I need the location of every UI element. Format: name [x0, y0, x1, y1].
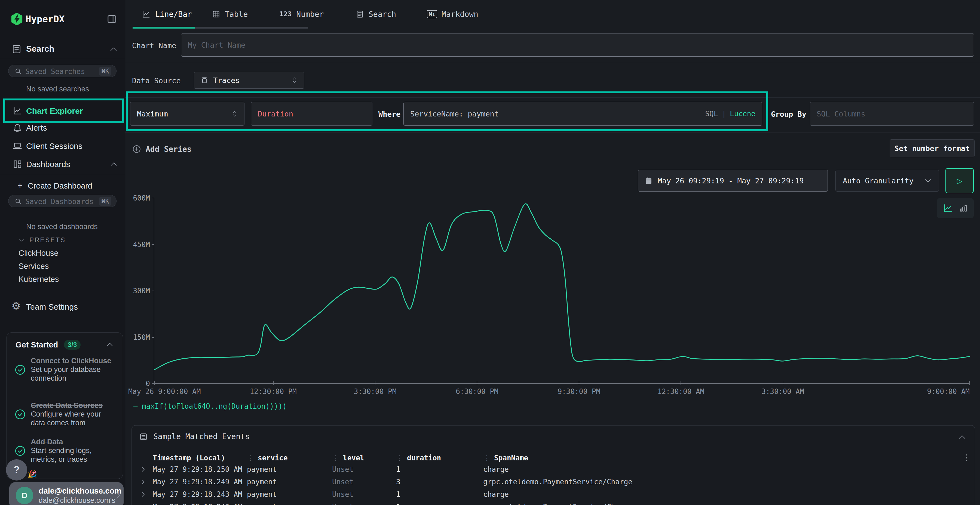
tab-search[interactable]: Search	[356, 8, 396, 21]
chart-name-label: Chart Name	[132, 41, 177, 50]
play-icon: ▷	[957, 175, 962, 186]
tab-number[interactable]: 123 Number	[279, 8, 324, 21]
sidebar-section-search[interactable]: Search	[0, 43, 125, 57]
table-row[interactable]: May 27 9:29:18.243 AMpayment Unset1 grpc…	[139, 501, 958, 505]
column-header-service[interactable]: ⋮service	[247, 454, 332, 462]
column-header-timestamp[interactable]: Timestamp (Local)	[153, 454, 247, 462]
table-row[interactable]: May 27 9:29:18.250 AMpayment Unset1 char…	[139, 463, 958, 476]
sidebar-item-client-sessions[interactable]: Client Sessions	[0, 138, 125, 154]
y-tick-label: 600M	[133, 194, 154, 202]
no-saved-searches-text: No saved searches	[26, 85, 89, 93]
column-drag-icon[interactable]: ⋮	[247, 454, 254, 462]
date-range-input[interactable]: May 26 09:29:19 - May 27 09:29:19	[638, 170, 828, 192]
table-row[interactable]: May 27 9:29:18.249 AMpayment Unset3 grpc…	[139, 476, 958, 488]
team-settings-label: Team Settings	[26, 302, 78, 311]
where-input[interactable]: ServiceName: payment SQL | Lucene	[403, 102, 762, 126]
column-header-spanname[interactable]: ⋮SpanName	[483, 454, 958, 462]
preset-kubernetes[interactable]: Kubernetes	[19, 275, 59, 284]
expand-row-icon[interactable]	[139, 490, 147, 499]
column-drag-icon[interactable]: ⋮	[483, 454, 490, 462]
tab-label: Markdown	[442, 10, 478, 19]
sidebar-item-dashboards[interactable]: Dashboards	[0, 157, 125, 172]
field-input[interactable]: Duration	[251, 102, 372, 126]
column-drag-icon[interactable]: ⋮	[396, 454, 403, 462]
aggregation-select[interactable]: Maximum	[130, 102, 245, 126]
y-tick-mark	[152, 337, 154, 338]
query-language-toggle[interactable]: SQL | Lucene	[705, 110, 756, 118]
sidebar-item-label: Alerts	[26, 123, 47, 132]
plus-icon: +	[18, 181, 22, 191]
expand-row-icon[interactable]	[139, 478, 147, 486]
line-chart[interactable]: 0150M300M450M600M May 26 9:00:00 AM12:30…	[154, 198, 969, 384]
column-header-duration[interactable]: ⋮duration	[396, 454, 483, 462]
chart-canvas	[154, 198, 970, 384]
chart-name-input[interactable]: My Chart Name	[181, 33, 974, 57]
saved-dashboards-input[interactable]: Saved Dashboards ⌘K	[8, 195, 116, 207]
help-button[interactable]: ?	[6, 459, 27, 481]
chevron-down-icon	[924, 178, 932, 183]
divider	[125, 97, 980, 98]
y-tick-mark	[152, 245, 154, 245]
tab-label: Search	[369, 10, 396, 19]
x-tick-mark	[375, 381, 375, 385]
presets-toggle[interactable]: PRESETS	[18, 236, 65, 244]
chevron-up-icon[interactable]	[106, 341, 113, 348]
chart-legend[interactable]: — maxIf(toFloat64O..ng(Duration)))))	[134, 402, 287, 410]
user-menu[interactable]: D dale@clickhouse.com dale@clickhouse.co…	[9, 482, 124, 505]
collapse-panel-icon[interactable]	[958, 434, 966, 440]
get-started-item[interactable]: Connect to ClickHouse Set up your databa…	[14, 357, 116, 383]
sample-matched-events-panel: Sample Matched Events ⋮ Timestamp (Local…	[132, 425, 975, 505]
group-by-input[interactable]: SQL Columns	[810, 102, 974, 126]
number-icon: 123	[279, 10, 292, 18]
line-chart-icon	[142, 10, 151, 19]
search-section-label: Search	[26, 44, 54, 54]
get-started-item[interactable]: Add Data Start sending logs, metrics, or…	[14, 438, 116, 464]
tab-table[interactable]: Table	[212, 8, 248, 21]
bell-icon	[13, 123, 22, 132]
sidebar-item-alerts[interactable]: Alerts	[0, 120, 125, 135]
data-source-label: Data Source	[132, 76, 181, 85]
y-tick-label: 150M	[133, 333, 154, 341]
tab-line-bar[interactable]: Line/Bar	[142, 8, 192, 21]
chart-display-toggle[interactable]	[937, 198, 974, 218]
sql-toggle[interactable]: SQL	[705, 110, 718, 118]
kebab-menu-icon[interactable]: ⋮	[962, 453, 970, 462]
tab-markdown[interactable]: M↓ Markdown	[427, 8, 478, 21]
expand-row-icon[interactable]	[139, 503, 147, 505]
run-query-button[interactable]: ▷	[945, 168, 974, 193]
preset-clickhouse[interactable]: ClickHouse	[19, 249, 59, 258]
expand-row-icon[interactable]	[139, 465, 147, 473]
sidebar-item-chart-explorer[interactable]: Chart Explorer	[0, 103, 125, 119]
y-tick-label: 450M	[133, 241, 154, 249]
saved-searches-input[interactable]: Saved Searches ⌘K	[8, 65, 116, 77]
where-label: Where	[379, 110, 401, 118]
x-tick-label: 3:30:00 PM	[354, 387, 397, 395]
sidebar-item-label: Chart Explorer	[26, 106, 83, 116]
set-number-format-button[interactable]: Set number format	[889, 139, 975, 157]
get-started-item[interactable]: Create Data Sources Configure where your…	[14, 401, 116, 427]
collapse-sidebar-icon[interactable]	[106, 14, 118, 24]
divider	[0, 175, 125, 175]
bar-display-icon[interactable]	[959, 203, 968, 213]
laptop-icon	[13, 141, 22, 151]
add-series-button[interactable]: Add Series	[132, 141, 192, 157]
lucene-toggle[interactable]: Lucene	[730, 110, 756, 118]
line-display-icon[interactable]	[943, 203, 953, 213]
table-row[interactable]: May 27 9:29:18.243 AMpayment Unset1 char…	[139, 488, 958, 501]
get-started-item-desc: Start sending logs, metrics, or traces	[31, 446, 116, 464]
granularity-value: Auto Granularity	[843, 176, 913, 185]
x-tick-mark	[579, 381, 579, 385]
calendar-icon	[644, 176, 653, 185]
granularity-select[interactable]: Auto Granularity	[835, 170, 939, 192]
sidebar-item-team-settings[interactable]: ⚙ Team Settings	[0, 299, 125, 314]
preset-services[interactable]: Services	[19, 262, 49, 271]
events-title: Sample Matched Events	[153, 432, 250, 441]
x-tick-label: May 26 9:00:00 AM	[128, 387, 200, 395]
x-tick-label: 9:00:00 AM	[927, 387, 970, 395]
x-tick-mark	[154, 381, 154, 385]
tab-label: Line/Bar	[155, 10, 192, 19]
data-source-select[interactable]: Traces	[194, 72, 304, 89]
create-dashboard-button[interactable]: + Create Dashboard	[0, 178, 125, 193]
column-drag-icon[interactable]: ⋮	[332, 454, 339, 462]
column-header-level[interactable]: ⋮level	[332, 454, 396, 462]
